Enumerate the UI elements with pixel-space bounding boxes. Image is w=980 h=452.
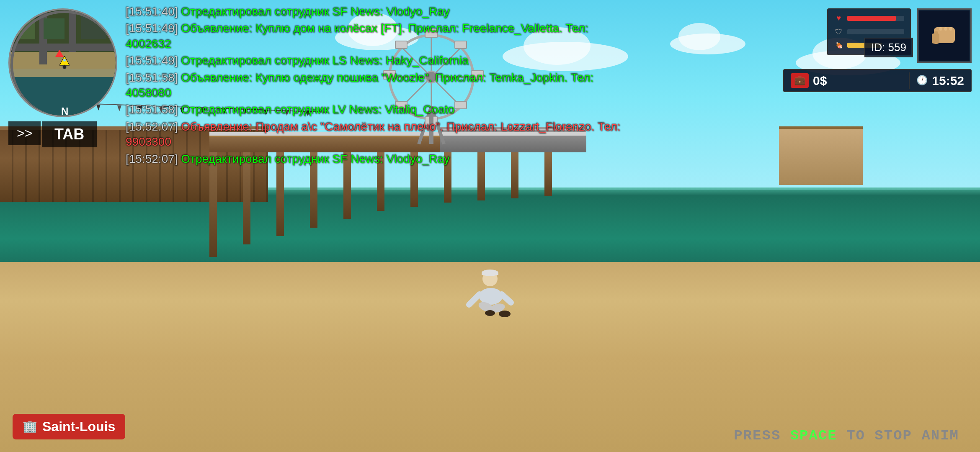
svg-rect-43 [10,44,117,51]
svg-point-65 [944,27,947,31]
character-portrait [917,8,972,63]
health-bar-fill [847,16,896,21]
time-section: 🕐 15:52 [910,70,971,91]
location-icon: 🏢 [23,420,37,434]
svg-rect-45 [69,10,76,52]
svg-line-34 [469,294,480,305]
svg-text:N: N [61,105,68,117]
chat-time-2: [15:51:49] [126,22,178,35]
minimap: N [8,8,117,117]
chat-message-2: [15:51:49] Объявление: Куплю дом на колё… [126,21,628,51]
svg-rect-63 [932,33,939,44]
chat-log: [15:51:40] Отредактировал сотрудник SF N… [126,4,628,167]
press-space-notice: PRESS SPACE TO STOP ANIM [734,428,959,444]
chat-message-6: [15:52:07] Объявление: Продам а\с "Самол… [126,119,628,150]
svg-marker-20 [117,105,121,111]
svg-point-66 [949,27,952,31]
chat-time-4: [15:51:58] [126,71,178,84]
svg-point-38 [499,311,511,317]
health-bar-bg [847,16,904,21]
money-section: 💼 0$ [784,70,909,91]
svg-rect-47 [44,18,64,39]
chat-time-3: [15:51:49] [126,54,178,67]
health-row: ♥ [834,13,904,23]
chat-time-1: [15:51:40] [126,5,178,18]
svg-point-64 [939,27,942,31]
armor-row: 🛡 [834,27,904,37]
armor-bar-bg [847,29,904,34]
svg-point-39 [485,310,495,316]
location-badge: 🏢 Saint-Louis [13,414,125,439]
cloud-3 [670,33,745,54]
player-character [465,267,515,326]
chat-message-7: [15:52:07] Отредактировал сотрудник SF N… [126,152,628,167]
svg-line-35 [502,294,511,303]
svg-rect-32 [482,273,498,275]
shield-icon: 🛡 [834,27,844,37]
chat-time-5: [15:51:58] [126,103,178,116]
arrow-button[interactable]: >> [8,121,41,145]
pier-building [779,126,863,185]
svg-point-52 [62,65,67,69]
game-viewport: N [15:51:40] Отредактировал сотрудник SF… [0,0,980,452]
hunger-icon: 🍖 [834,40,844,50]
location-name: Saint-Louis [42,419,115,434]
money-value: 0$ [813,74,827,88]
chat-time-7: [15:52:07] [126,152,178,165]
heart-icon: ♥ [834,13,844,23]
money-icon: 💼 [791,73,809,88]
chat-message-5: [15:51:58] Отредактировал сотрудник LV N… [126,102,628,117]
chat-message-1: [15:51:40] Отредактировал сотрудник SF N… [126,4,628,19]
chat-message-4: [15:51:58] Объявление: Куплю одежду поши… [126,70,628,101]
svg-point-53 [63,59,66,62]
tab-button[interactable]: TAB [42,121,97,147]
money-time-bar: 💼 0$ 🕐 15:52 [783,69,972,92]
clock-icon: 🕐 [916,75,928,86]
time-value: 15:52 [932,74,964,88]
space-key-highlight: SPACE [790,428,837,444]
chat-time-6: [15:52:07] [126,120,178,133]
player-id-badge: ID: 559 [864,38,913,57]
minimap-inner: N [10,10,116,116]
chat-message-3: [15:51:49] Отредактировал сотрудник LS N… [126,53,628,68]
